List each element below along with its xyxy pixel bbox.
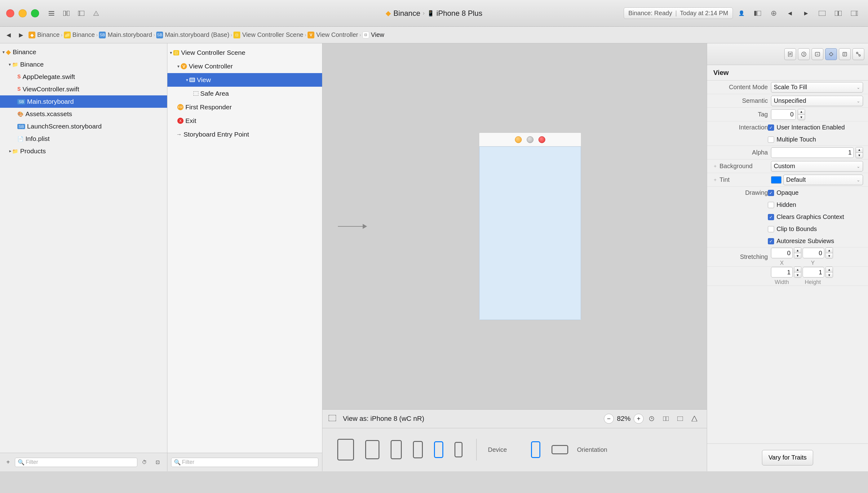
forward-button[interactable]: ▶ [800, 7, 812, 20]
zoom-options-2[interactable] [661, 414, 671, 424]
stretching-y-input[interactable]: 0 [803, 248, 824, 258]
clip-bounds-checkbox[interactable] [768, 226, 774, 232]
semantic-select[interactable]: Unspecified ⌄ [771, 96, 863, 106]
scene-item-vc-scene[interactable]: ▾ ⊡ View Controller Scene [167, 46, 322, 60]
stepper-down-icon[interactable]: ▼ [826, 272, 833, 277]
sidebar-toggle-button[interactable] [45, 7, 58, 20]
opaque-checkbox[interactable] [768, 190, 774, 196]
breadcrumb-binance-project[interactable]: ◆ Binance [28, 31, 60, 38]
stepper-down-icon[interactable]: ▼ [794, 253, 801, 258]
scene-item-firstresponder[interactable]: FR First Responder [167, 100, 322, 114]
orient-portrait[interactable] [528, 439, 543, 460]
stepper-down-icon[interactable]: ▼ [794, 272, 801, 277]
breadcrumb-main-storyboard-base[interactable]: SB Main.storyboard (Base) [156, 31, 229, 38]
autoresize-checkbox[interactable] [768, 238, 774, 244]
add-file-button[interactable]: + [4, 458, 13, 467]
editor-layout-button[interactable] [816, 7, 828, 20]
iphone-screen[interactable] [479, 147, 581, 320]
background-select[interactable]: Custom ⌄ [771, 161, 863, 172]
stretching-x-input[interactable]: 0 [771, 248, 793, 258]
inspector-toggle[interactable] [848, 7, 861, 20]
scene-item-safearea[interactable]: Safe Area [167, 87, 322, 100]
device-option-iphone-sel[interactable] [431, 439, 446, 460]
scene-item-entrypoint[interactable]: → Storyboard Entry Point [167, 128, 322, 141]
breadcrumb-binance-group[interactable]: 📁 Binance [64, 31, 95, 38]
back-button[interactable]: ◀ [784, 7, 796, 20]
zoom-options-4[interactable] [689, 414, 699, 424]
device-option-iphone-large[interactable] [388, 437, 404, 462]
stepper-up-icon[interactable]: ▲ [794, 267, 801, 272]
minimize-button[interactable] [19, 9, 27, 17]
zoom-in-button[interactable]: + [634, 414, 644, 424]
inspector-tab-connections[interactable] [852, 48, 864, 60]
file-item-main-storyboard[interactable]: SB Main.storyboard [0, 95, 167, 108]
tag-stepper[interactable]: ▲ ▼ [798, 109, 805, 120]
device-name[interactable]: iPhone 8 Plus [437, 9, 482, 18]
stepper-down-icon[interactable]: ▼ [826, 253, 833, 258]
editors-button[interactable] [60, 7, 73, 20]
inspector-tab-identity[interactable] [812, 48, 823, 60]
zoom-out-button[interactable]: − [604, 414, 614, 424]
stepper-up-icon[interactable]: ▲ [826, 267, 833, 272]
file-item-info-plist[interactable]: 📄 Info.plist [0, 132, 167, 145]
tint-swatch[interactable] [771, 176, 782, 184]
view-as-device-icon[interactable] [329, 415, 336, 423]
canvas-content[interactable] [322, 43, 707, 409]
canvas-button[interactable] [832, 7, 844, 20]
stepper-up-icon[interactable]: ▲ [826, 248, 833, 253]
scene-filter-input[interactable]: 🔍 Filter [171, 458, 318, 467]
tint-select[interactable]: Default ⌄ [783, 175, 863, 185]
stepper-up-icon[interactable]: ▲ [794, 248, 801, 253]
device-option-iphone-small[interactable] [452, 440, 465, 460]
vary-for-traits-button[interactable]: Vary for Traits [762, 450, 813, 466]
navigator-button[interactable] [75, 7, 87, 20]
inspector-tab-attributes[interactable] [825, 48, 837, 60]
fullscreen-button[interactable] [31, 9, 39, 17]
tint-plus-icon[interactable]: + [712, 177, 718, 183]
close-button[interactable] [6, 9, 14, 17]
recent-files-button[interactable]: ⊡ [153, 458, 162, 467]
device-option-iphone-med[interactable] [410, 438, 425, 461]
height-input[interactable]: 1 [803, 267, 824, 277]
file-item-appdelegate[interactable]: S AppDelegate.swift [0, 71, 167, 83]
width-input[interactable]: 1 [771, 267, 793, 277]
multiple-touch-checkbox[interactable] [768, 136, 774, 143]
content-mode-select[interactable]: Scale To Fill ⌄ [771, 82, 863, 92]
stretching-y-stepper[interactable]: ▲ ▼ [826, 248, 833, 259]
width-stepper[interactable]: ▲ ▼ [794, 266, 801, 278]
filter-options-button[interactable]: ⏱ [140, 458, 149, 467]
issues-button[interactable]: ! [90, 7, 102, 20]
user-icon-button[interactable]: 👤 [735, 7, 748, 20]
breadcrumb-vc[interactable]: V View Controller [307, 31, 358, 38]
file-item-binance-group[interactable]: ▾ 📁 Binance [0, 58, 167, 71]
alpha-input[interactable]: 1 [771, 147, 854, 158]
zoom-options-1[interactable] [647, 414, 657, 424]
tag-input[interactable]: 0 [771, 109, 796, 120]
breadcrumb-main-storyboard[interactable]: SB Main.storyboard [99, 31, 152, 38]
file-item-viewcontroller[interactable]: S ViewController.swift [0, 83, 167, 95]
stepper-up-icon[interactable]: ▲ [856, 147, 863, 153]
orient-landscape[interactable] [549, 443, 571, 457]
device-option-ipad-large[interactable] [335, 436, 357, 463]
breadcrumb-vc-scene[interactable]: ⊡ View Controller Scene [234, 31, 303, 38]
hidden-checkbox[interactable] [768, 202, 774, 208]
zoom-options-3[interactable] [675, 414, 685, 424]
alpha-stepper[interactable]: ▲ ▼ [855, 147, 863, 158]
inspector-tab-file[interactable] [784, 48, 796, 60]
git-button[interactable] [768, 7, 780, 20]
inspector-tab-size[interactable] [839, 48, 851, 60]
device-option-ipad-small[interactable] [363, 437, 382, 462]
stepper-down-icon[interactable]: ▼ [856, 153, 863, 158]
stretching-x-stepper[interactable]: ▲ ▼ [794, 248, 801, 259]
height-stepper[interactable]: ▲ ▼ [826, 266, 833, 278]
scene-item-view[interactable]: ▾ View [167, 73, 322, 87]
file-item-launchscreen[interactable]: SB LaunchScreen.storyboard [0, 120, 167, 132]
stepper-up-icon[interactable]: ▲ [798, 109, 805, 114]
user-interaction-checkbox[interactable] [768, 125, 774, 131]
filter-input[interactable]: 🔍 Filter [15, 458, 137, 467]
file-item-assets[interactable]: 🎨 Assets.xcassets [0, 108, 167, 120]
inspector-tab-quick-help[interactable]: ? [798, 48, 810, 60]
file-item-products[interactable]: ▾ 📁 Products [0, 145, 167, 157]
scene-item-exit[interactable]: X Exit [167, 114, 322, 128]
clears-graphics-checkbox[interactable] [768, 214, 774, 220]
